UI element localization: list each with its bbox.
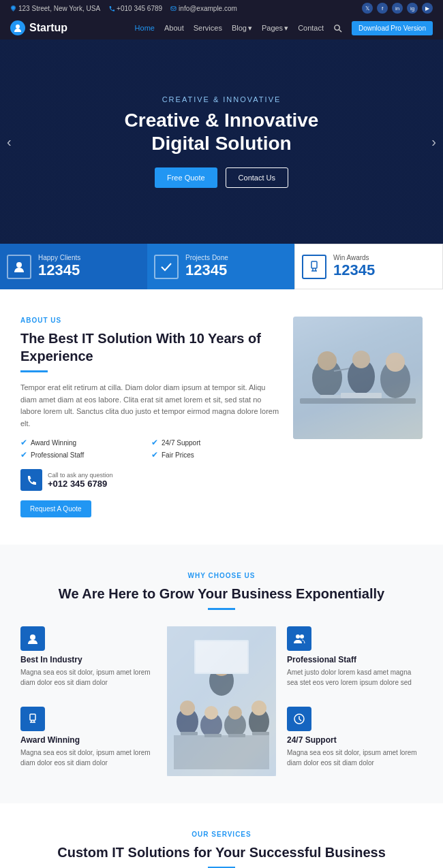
svg-line-4 [339,29,341,31]
svg-rect-1 [171,6,176,10]
nav-blog[interactable]: Blog ▾ [232,24,252,33]
hero-prev-arrow[interactable]: ‹ [7,134,12,150]
facebook-icon[interactable]: f [377,3,388,14]
search-icon[interactable] [333,24,342,33]
check-award: ✔ Award Winning [20,438,149,447]
stats-bar: Happy Clients 12345 Projects Done 12345 … [0,244,443,289]
svg-rect-28 [30,714,35,720]
check-mark-2: ✔ [151,438,158,447]
about-left: ABOUT US The Best IT Solution With 10 Ye… [20,317,279,517]
contact-us-btn[interactable]: Contact Us [226,167,288,188]
top-bar-info: 123 Street, New York, USA +010 345 6789 … [10,5,237,12]
stat-projects-text: Projects Done 12345 [185,254,228,279]
why-item-best: Best In Industry Magna sea eos sit dolor… [20,626,156,696]
svg-point-3 [335,25,339,29]
svg-point-27 [30,634,35,640]
instagram-icon[interactable]: ig [407,3,418,14]
hero-section: ‹ Creative & Innovative Creative & Innov… [0,39,443,244]
nav-about[interactable]: About [164,24,184,32]
why-award-text: Magna sea eos sit dolor, ipsum amet lore… [20,748,156,768]
why-image [167,626,276,776]
award-winning-icon [20,707,45,731]
hero-buttons: Free Quote Contact Us [125,167,319,188]
call-box: Call to ask any question +012 345 6789 [20,469,279,491]
svg-point-36 [180,701,195,716]
why-grid: Best In Industry Magna sea eos sit dolor… [20,626,423,776]
stat-awards-text: Win Awards 12345 [333,254,375,279]
download-pro-btn[interactable]: Download Pro Version [352,21,433,35]
svg-point-48 [300,634,304,639]
svg-point-40 [228,706,242,720]
services-section: OUR SERVICES Custom IT Solutions for You… [0,803,443,868]
hero-subtitle: Creative & Innovative [125,95,319,103]
svg-point-38 [204,706,218,720]
check-mark-1: ✔ [20,438,27,447]
check-staff: ✔ Professional Staff [20,450,149,460]
phone: +010 345 6789 [108,5,162,12]
svg-rect-15 [311,261,317,268]
services-title: Custom IT Solutions for Your Successful … [20,843,423,861]
hero-content: Creative & Innovative Creative & Innovat… [111,68,333,214]
hero-title: Creative & InnovativeDigital Solution [125,109,319,155]
svg-rect-26 [320,395,341,398]
about-section: ABOUT US The Best IT Solution With 10 Ye… [0,289,443,545]
why-choose-section: WHY CHOOSE US We Are Here to Grow Your B… [0,545,443,803]
svg-rect-45 [228,734,245,737]
why-item-support: 24/7 Support Magna sea eos sit dolor, ip… [287,707,423,776]
why-award-title: Award Winning [20,735,156,745]
stat-projects-done: Projects Done 12345 [147,244,294,289]
why-right-col: Professional Staff Amet justo dolor lore… [287,626,423,776]
services-tag: OUR SERVICES [20,831,423,838]
svg-rect-43 [181,732,198,735]
why-item-staff: Professional Staff Amet justo dolor lore… [287,626,423,696]
projects-done-icon [154,255,179,279]
youtube-icon[interactable]: ▶ [422,3,433,14]
svg-point-42 [251,701,266,716]
happy-clients-icon [7,255,31,279]
why-best-title: Best In Industry [20,655,156,664]
about-checks: ✔ Award Winning ✔ 24/7 Support ✔ Profess… [20,438,279,460]
nav-links: Home About Services Blog ▾ Pages ▾ Conta… [135,21,433,35]
svg-rect-44 [204,734,222,737]
why-staff-text: Amet justo dolor lorem kasd amet magna s… [287,667,423,688]
svg-rect-17 [300,398,416,404]
why-title: We Are Here to Grow Your Business Expone… [20,585,423,602]
svg-point-19 [318,351,337,370]
request-quote-btn[interactable]: Request A Quote [20,500,91,517]
free-quote-btn[interactable]: Free Quote [155,167,217,188]
linkedin-icon[interactable]: in [392,3,403,14]
win-awards-icon [302,255,326,279]
nav-home[interactable]: Home [135,24,155,32]
stat-happy-clients-text: Happy Clients 12345 [38,254,80,279]
about-grid: ABOUT US The Best IT Solution With 10 Ye… [20,317,423,517]
why-support-text: Magna sea eos sit dolor, ipsum amet lore… [287,748,423,768]
call-text: Call to ask any question +012 345 6789 [48,472,113,489]
about-title: The Best IT Solution With 10 Years of Ex… [20,329,279,365]
nav-services[interactable]: Services [194,24,222,32]
why-support-title: 24/7 Support [287,735,423,745]
logo[interactable]: Startup [10,20,67,35]
why-center-image [167,626,276,776]
check-support: ✔ 24/7 Support [151,438,279,447]
logo-icon [10,20,25,35]
stat-happy-clients: Happy Clients 12345 [0,244,147,289]
why-divider [208,608,235,610]
svg-rect-30 [174,735,269,769]
check-mark-4: ✔ [151,450,158,460]
why-left-col: Best In Industry Magna sea eos sit dolor… [20,626,156,776]
nav-pages[interactable]: Pages ▾ [262,24,288,33]
svg-point-47 [296,634,300,639]
support-icon [287,707,311,731]
stat-win-awards: Win Awards 12345 [294,244,443,289]
svg-rect-46 [252,732,269,735]
nav-contact[interactable]: Contact [298,24,324,32]
email: info@example.com [170,5,237,12]
svg-point-14 [16,262,22,268]
social-links: 𝕏 f in ig ▶ [362,3,433,14]
hero-next-arrow[interactable]: › [431,134,436,150]
professional-staff-icon [287,626,311,651]
address: 123 Street, New York, USA [10,5,100,12]
why-best-text: Magna sea eos sit dolor, ipsum amet lore… [20,667,156,688]
twitter-icon[interactable]: 𝕏 [362,3,373,14]
call-icon [20,469,42,491]
